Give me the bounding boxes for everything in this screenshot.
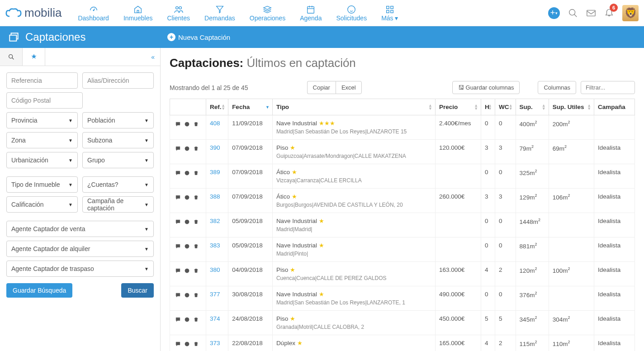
precio-cell: 120.000€ [435, 140, 481, 164]
ref-cell[interactable]: 390 [206, 140, 228, 164]
nav-agenda[interactable]: Agenda [293, 2, 329, 24]
trash-icon[interactable] [192, 218, 200, 226]
comment-icon[interactable] [174, 144, 182, 152]
comment-icon[interactable] [174, 291, 182, 299]
subzona-select[interactable]: Subzona▼ [82, 132, 154, 148]
add-button[interactable]: +▾ [548, 7, 560, 19]
zona-select[interactable]: Zona▼ [6, 132, 78, 148]
save-search-button[interactable]: Guardar Búsqueda [6, 283, 72, 298]
ref-cell[interactable]: 374 [206, 311, 228, 335]
comment-icon[interactable] [174, 266, 182, 275]
nav-demandas[interactable]: Demandas [197, 2, 242, 24]
comment-icon[interactable] [174, 193, 182, 201]
ref-cell[interactable]: 373 [206, 335, 228, 351]
trash-icon[interactable] [192, 169, 200, 177]
comment-icon[interactable] [174, 120, 182, 128]
excel-button[interactable]: Excel [336, 81, 362, 94]
th-precio[interactable]: Precio▲▼ [435, 99, 481, 115]
alias-input[interactable] [82, 72, 154, 89]
h-cell: 0 [481, 237, 495, 262]
suputil-cell: 69m2 [549, 140, 594, 164]
tipo-cell: Ático ★Burgos|Burgos|AVENIDA DE CASTILLA… [272, 189, 435, 213]
ref-cell[interactable]: 389 [206, 164, 228, 189]
clock-icon[interactable] [183, 340, 191, 348]
nav-solicitudes[interactable]: Solicitudes [329, 2, 374, 24]
new-capture-button[interactable]: + Nueva Captación [167, 33, 230, 41]
avatar[interactable]: 🦁 [622, 5, 639, 21]
agente-traspaso-select[interactable]: Agente Captador de traspaso▼ [6, 261, 154, 277]
th-tipo[interactable]: Tipo▲▼ [272, 99, 435, 115]
referencia-input[interactable] [6, 72, 78, 89]
trash-icon[interactable] [192, 315, 200, 323]
trash-icon[interactable] [192, 291, 200, 299]
search-icon[interactable] [568, 8, 578, 18]
columns-button[interactable]: Columnas [538, 81, 576, 94]
agente-alquiler-select[interactable]: Agente Captador de alquiler▼ [6, 241, 154, 257]
clock-icon[interactable] [183, 169, 191, 177]
trash-icon[interactable] [192, 193, 200, 201]
nav-inmuebles[interactable]: Inmuebles [116, 2, 160, 24]
clock-icon[interactable] [183, 120, 191, 128]
comment-icon[interactable] [174, 218, 182, 226]
tipo-select[interactable]: Tipo de Inmueble▼ [6, 176, 78, 193]
h-cell: 0 [481, 286, 495, 311]
top-nav: mobilia DashboardInmueblesClientesDemand… [0, 0, 644, 26]
clock-icon[interactable] [183, 291, 191, 299]
clock-icon[interactable] [183, 315, 191, 323]
th-suputil[interactable]: Sup. Utiles▲▼ [549, 99, 594, 115]
campana-select[interactable]: Campaña de captación▼ [82, 196, 154, 213]
th-sup[interactable]: Sup.▲▼ [516, 99, 549, 115]
filter-input[interactable] [581, 81, 635, 94]
cp-input[interactable] [6, 92, 83, 109]
nav-operaciones[interactable]: Operaciones [242, 2, 293, 24]
ref-cell[interactable]: 377 [206, 286, 228, 311]
save-columns-button[interactable]: 🖫 Guardar columnas [452, 81, 520, 94]
collapse-sidebar[interactable]: « [146, 53, 160, 61]
ref-cell[interactable]: 388 [206, 189, 228, 213]
th-campana[interactable]: Campaña [594, 99, 635, 115]
agente-venta-select[interactable]: Agente Captador de venta▼ [6, 221, 154, 237]
ref-cell[interactable]: 408 [206, 115, 228, 140]
cuentas-select[interactable]: ¿Cuentas?▼ [82, 176, 154, 193]
comment-icon[interactable] [174, 340, 182, 348]
search-button[interactable]: Buscar [121, 283, 154, 298]
grupo-select[interactable]: Grupo▼ [82, 152, 154, 168]
copy-button[interactable]: Copiar [307, 81, 336, 94]
trash-icon[interactable] [192, 242, 200, 250]
calificacion-select[interactable]: Calificación▼ [6, 196, 78, 213]
mail-icon[interactable] [586, 8, 596, 18]
tab-favorites[interactable] [23, 48, 45, 66]
urbanizacion-select[interactable]: Urbanización▼ [6, 152, 78, 168]
trash-icon[interactable] [192, 266, 200, 275]
trash-icon[interactable] [192, 144, 200, 152]
nav-más[interactable]: Más ▾ [374, 2, 405, 24]
trash-icon[interactable] [192, 120, 200, 128]
poblacion-select[interactable]: Población▼ [82, 112, 154, 128]
comment-icon[interactable] [174, 315, 182, 323]
notifications[interactable]: 6 [604, 7, 614, 19]
ref-cell[interactable]: 383 [206, 237, 228, 262]
comment-icon[interactable] [174, 242, 182, 250]
clock-icon[interactable] [183, 266, 191, 275]
trash-icon[interactable] [192, 340, 200, 348]
nav-dashboard[interactable]: Dashboard [71, 2, 116, 24]
th-ref[interactable]: Ref.▲▼ [206, 99, 228, 115]
ref-cell[interactable]: 380 [206, 262, 228, 286]
suputil-cell: 110m2 [549, 335, 594, 351]
clock-icon[interactable] [183, 144, 191, 152]
th-fecha[interactable]: Fecha▼ [228, 99, 273, 115]
clock-icon[interactable] [183, 242, 191, 250]
th-h[interactable]: H▲▼ [481, 99, 495, 115]
logo[interactable]: mobilia [5, 6, 62, 20]
clock-icon[interactable] [183, 218, 191, 226]
provincia-select[interactable]: Provincia▼ [6, 112, 78, 128]
ref-cell[interactable]: 382 [206, 213, 228, 237]
capture-icon [8, 31, 20, 43]
tab-search[interactable] [0, 48, 23, 66]
comment-icon[interactable] [174, 169, 182, 177]
sup-cell: 120m2 [516, 262, 549, 286]
nav-clientes[interactable]: Clientes [160, 2, 197, 24]
clock-icon[interactable] [183, 193, 191, 201]
th-wc[interactable]: WC▲▼ [495, 99, 516, 115]
sup-cell: 345m2 [516, 311, 549, 335]
